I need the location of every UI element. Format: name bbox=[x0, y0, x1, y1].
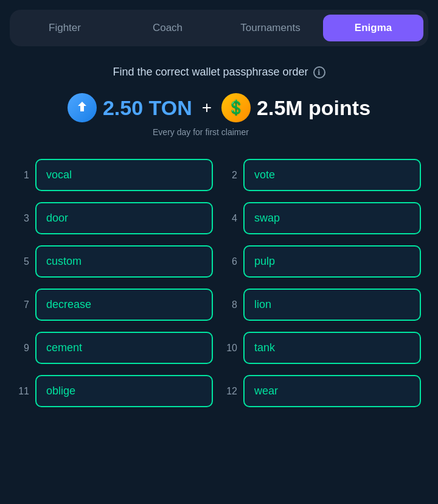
word-number: 7 bbox=[17, 299, 29, 310]
word-box[interactable]: cement bbox=[35, 332, 213, 364]
word-number: 2 bbox=[225, 170, 237, 181]
word-number: 11 bbox=[17, 386, 29, 397]
coin-icon: 💲 bbox=[221, 93, 251, 122]
page-title: Find the correct wallet passphrase order bbox=[113, 66, 308, 79]
ton-reward: 2.50 TON bbox=[68, 93, 192, 122]
ton-amount: 2.50 TON bbox=[103, 96, 192, 120]
words-grid: 1vocal2vote3door4swap5custom6pulp7decrea… bbox=[12, 159, 426, 407]
main-content: Find the correct wallet passphrase order… bbox=[0, 46, 438, 419]
tab-bar: Fighter Coach Tournaments Enigma bbox=[10, 10, 428, 46]
list-item: 7decrease bbox=[17, 289, 213, 321]
word-box[interactable]: pulp bbox=[243, 245, 421, 278]
word-box[interactable]: vocal bbox=[35, 159, 213, 191]
list-item: 6pulp bbox=[225, 245, 421, 278]
word-box[interactable]: tank bbox=[243, 332, 421, 364]
tab-tournaments[interactable]: Tournaments bbox=[220, 15, 321, 41]
word-number: 12 bbox=[225, 386, 237, 397]
tab-enigma[interactable]: Enigma bbox=[323, 15, 423, 41]
reward-subtitle: Every day for first claimer bbox=[0, 127, 426, 137]
word-number: 6 bbox=[225, 256, 237, 267]
title-row: Find the correct wallet passphrase order… bbox=[12, 66, 426, 79]
tab-coach[interactable]: Coach bbox=[117, 15, 218, 41]
word-number: 4 bbox=[225, 213, 237, 224]
list-item: 9cement bbox=[17, 332, 213, 364]
tab-fighter[interactable]: Fighter bbox=[15, 15, 115, 41]
list-item: 5custom bbox=[17, 245, 213, 278]
list-item: 4swap bbox=[225, 202, 421, 234]
list-item: 10tank bbox=[225, 332, 421, 364]
info-icon[interactable]: ℹ bbox=[313, 66, 325, 79]
list-item: 12wear bbox=[225, 375, 421, 407]
list-item: 11oblige bbox=[17, 375, 213, 407]
ton-icon bbox=[68, 93, 97, 122]
word-number: 5 bbox=[17, 256, 29, 267]
word-box[interactable]: custom bbox=[35, 245, 213, 278]
word-number: 8 bbox=[225, 299, 237, 310]
word-box[interactable]: decrease bbox=[35, 289, 213, 321]
plus-sign: + bbox=[202, 98, 212, 117]
list-item: 3door bbox=[17, 202, 213, 234]
word-box[interactable]: swap bbox=[243, 202, 421, 234]
list-item: 2vote bbox=[225, 159, 421, 191]
word-number: 1 bbox=[17, 170, 29, 181]
word-number: 10 bbox=[225, 343, 237, 354]
points-reward: 💲 2.5M points bbox=[221, 93, 370, 122]
points-amount: 2.5M points bbox=[257, 96, 370, 120]
list-item: 1vocal bbox=[17, 159, 213, 191]
word-box[interactable]: wear bbox=[243, 375, 421, 407]
reward-row: 2.50 TON + 💲 2.5M points bbox=[12, 93, 426, 122]
list-item: 8lion bbox=[225, 289, 421, 321]
word-box[interactable]: oblige bbox=[35, 375, 213, 407]
word-box[interactable]: lion bbox=[243, 289, 421, 321]
word-box[interactable]: vote bbox=[243, 159, 421, 191]
word-box[interactable]: door bbox=[35, 202, 213, 234]
word-number: 3 bbox=[17, 213, 29, 224]
word-number: 9 bbox=[17, 343, 29, 354]
